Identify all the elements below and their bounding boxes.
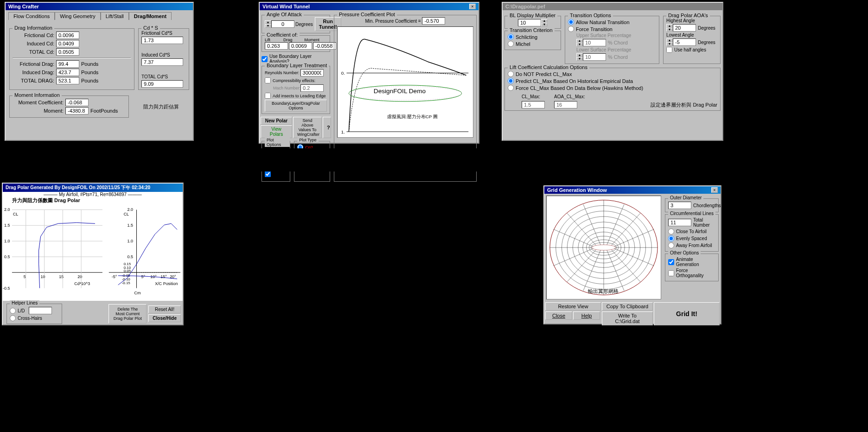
dp-subtitle: My Airfoil, #Pts=71, Re=8634897 [59, 192, 127, 197]
total-cd-input[interactable] [56, 48, 79, 56]
total-drag-label: TOTAL DRAG: [13, 78, 54, 83]
close-hide-button[interactable]: Close/Hide [148, 314, 181, 322]
frictional-drag-input[interactable] [56, 60, 79, 68]
induced-drag-label: Induced Drag: [13, 70, 54, 75]
low-up[interactable]: ▲ [666, 38, 673, 42]
insects-checkbox[interactable] [265, 93, 271, 99]
lift-input[interactable] [265, 42, 288, 50]
svg-text:5: 5 [24, 274, 26, 279]
tab-lift-stall[interactable]: Lift/Stall [101, 12, 129, 20]
grid-help-button[interactable]: Help [573, 311, 600, 320]
help-button[interactable]: ? [323, 117, 331, 138]
svg-text:0.5: 0.5 [128, 254, 133, 259]
crosshairs-radio[interactable] [10, 315, 16, 321]
bl-analysis-checkbox[interactable] [262, 56, 268, 62]
low-down[interactable]: ▼ [666, 42, 673, 46]
dp-chart-label: 升力與阻力係數圖 Drag Polar [12, 197, 183, 204]
lift-label: Lift [265, 38, 270, 42]
predict-radio[interactable] [508, 78, 514, 84]
trans-opts-title: Transition Options [568, 13, 613, 18]
high-up[interactable]: ▲ [666, 24, 673, 28]
bl-options-button[interactable]: BoundaryLayer/DragPolar Options [265, 100, 327, 112]
michel-radio[interactable] [508, 41, 514, 47]
moment-coeff-input[interactable] [65, 99, 89, 106]
svg-text:-0.5: -0.5 [3, 286, 10, 291]
tab-flow-conditions[interactable]: Flow Conditions [8, 12, 55, 20]
bl-mult-up[interactable]: ▲ [541, 19, 548, 23]
bl-mult-input[interactable] [518, 19, 541, 26]
animate-checkbox[interactable] [668, 259, 674, 265]
upper-surf-label: Upper Surface Percentage [576, 33, 656, 38]
svg-text:10: 10 [41, 274, 45, 279]
induced-drag-input[interactable] [56, 69, 79, 76]
tab-wing-geometry[interactable]: Wing Geometry [55, 12, 100, 20]
upper-input [583, 39, 606, 46]
aoa-down[interactable]: ▼ [265, 24, 271, 28]
restore-view-button[interactable]: Restore View [545, 302, 601, 311]
moment-coeff-input[interactable] [313, 42, 336, 50]
copy-clipboard-button[interactable]: Copy To Clipboard [602, 302, 653, 311]
view-polars-button[interactable]: View Polars [261, 125, 292, 138]
svg-text:0.05: 0.05 [124, 269, 131, 273]
grid-it-button[interactable]: Grid It! [654, 302, 720, 325]
cds-title: Cd * S [141, 25, 160, 31]
grid-close-icon[interactable]: × [711, 187, 718, 193]
send-above-button[interactable]: Send Above Values To WingCrafter [293, 117, 322, 138]
induced-cd-label: Induced Cd: [13, 41, 54, 46]
lower-down[interactable]: ▼ [576, 57, 583, 61]
drag-input[interactable] [289, 42, 312, 50]
allow-radio[interactable] [568, 19, 574, 25]
reset-button[interactable]: Reset All! [148, 305, 181, 313]
dragpolar-options-window: C:\Dragpolar.pef BL Display Multiplier ▲… [502, 2, 723, 141]
close-icon[interactable]: × [469, 4, 476, 9]
lower-unit: % Chord [608, 54, 628, 60]
induced-cd-input[interactable] [56, 40, 79, 47]
grid-close-button[interactable]: Close [545, 311, 572, 320]
force-radio[interactable] [568, 26, 574, 32]
reynolds-input[interactable] [300, 69, 324, 76]
drag-polar-chart-window: Drag Polar Generated By DesignFOIL On 20… [2, 183, 184, 325]
total-drag-input[interactable] [56, 77, 79, 84]
aoa-group: Angle Of Attack ▲▼ Degrees Run Tunnel! [262, 15, 330, 33]
lower-up[interactable]: ▲ [576, 53, 583, 57]
delete-polar-button[interactable]: Delete The Most Current Drag Polar Plot [108, 304, 147, 324]
schlicting-radio[interactable] [508, 34, 514, 40]
upper-down[interactable]: ▼ [576, 43, 583, 46]
frictional-cd-input[interactable] [56, 32, 79, 39]
cds-total-input[interactable] [141, 80, 183, 88]
min-pressure-input[interactable] [422, 17, 445, 25]
cd-s-group: Cd * S Frictional Cd*S Induced Cd*S TOTA… [138, 28, 189, 90]
aoa-input[interactable] [271, 20, 294, 28]
compress-checkbox[interactable] [265, 77, 271, 83]
svg-text:CL: CL [124, 212, 129, 216]
moment-input[interactable] [65, 107, 89, 114]
write-grid-button[interactable]: Write To C:\Grid.dat [602, 311, 653, 325]
force-clmax-radio[interactable] [508, 85, 514, 91]
wing-crafter-titlebar: Wing Crafter [6, 3, 193, 10]
lowest-input[interactable] [673, 38, 696, 46]
ld-radio[interactable] [10, 308, 16, 314]
close-to-radio[interactable] [668, 229, 674, 235]
ld-input[interactable] [29, 307, 52, 314]
cds-frictional-input[interactable] [141, 37, 183, 44]
od-input[interactable] [668, 202, 691, 209]
highest-input[interactable] [673, 24, 696, 32]
ortho-checkbox[interactable] [668, 270, 674, 276]
bl-mult-down[interactable]: ▼ [541, 23, 548, 26]
high-down[interactable]: ▼ [666, 28, 673, 32]
upper-up[interactable]: ▲ [576, 39, 583, 43]
tab-drag-moment[interactable]: Drag/Moment [129, 12, 172, 20]
cl-input[interactable] [668, 219, 691, 226]
new-polar-button[interactable]: New Polar [261, 117, 292, 125]
no-predict-radio[interactable] [508, 71, 514, 77]
cds-induced-input[interactable] [141, 58, 183, 66]
wind-tunnel-title: Virtual Wind Tunnel [262, 4, 310, 9]
closete-checkbox[interactable] [265, 171, 271, 177]
schlicting-label: Schlicting [516, 34, 537, 40]
evenly-radio[interactable] [668, 235, 674, 241]
aoa-up[interactable]: ▲ [265, 20, 271, 24]
away-radio[interactable] [668, 242, 674, 248]
grid-gen-caption: 可以輸出翼形網格給其他更專業Solover計算繞翼形流場;完整版可做動畫,輸出b… [519, 329, 723, 348]
ld-label: L/D [18, 308, 25, 313]
half-angles-checkbox[interactable] [666, 47, 672, 53]
